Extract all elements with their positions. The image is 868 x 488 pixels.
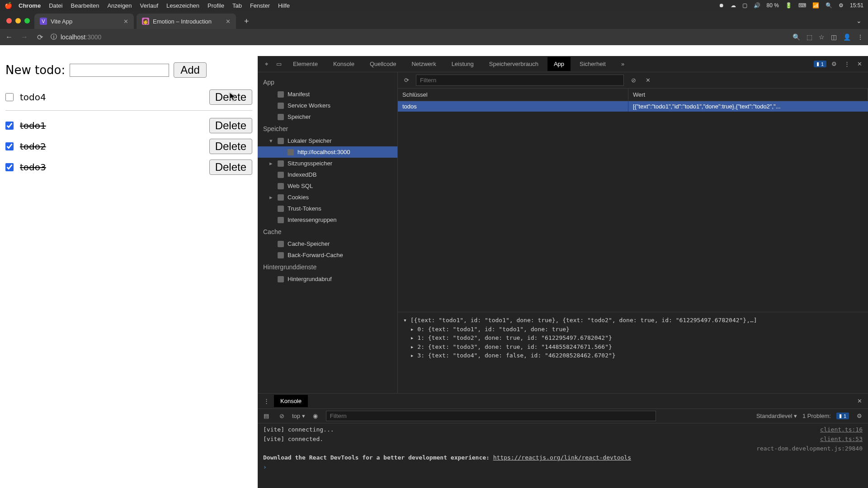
sidebar-item-origin[interactable]: http://localhost:3000 (258, 146, 397, 158)
gear-icon[interactable]: ⚙ (854, 413, 864, 419)
delete-button[interactable]: Delete (209, 139, 252, 154)
problems-badge[interactable]: ▮ 1 (836, 413, 849, 419)
console-filter-input[interactable] (326, 411, 656, 421)
issues-badge[interactable]: ▮ 1 (814, 61, 826, 67)
side-panel-icon[interactable]: ◫ (831, 33, 837, 41)
table-row[interactable]: todos [{"text":"todo1","id":"todo1","don… (398, 101, 868, 112)
devtools-more-tabs[interactable]: » (615, 57, 631, 71)
chevron-down-icon[interactable]: ▾ (269, 137, 274, 144)
reload-icon[interactable]: ⟳ (401, 77, 411, 84)
sidebar-item-cache-storage[interactable]: Cache-Speicher (258, 238, 397, 249)
todo-checkbox[interactable] (5, 93, 14, 101)
close-icon[interactable]: ✕ (854, 61, 864, 67)
screen-icon[interactable]: ▢ (742, 2, 747, 9)
console-log[interactable]: [vite] connecting...client.ts:16 [vite] … (258, 423, 868, 488)
site-info-icon[interactable]: ⓘ (51, 33, 57, 41)
kebab-menu-icon[interactable]: ⋮ (857, 33, 863, 41)
wifi-icon[interactable]: 📶 (812, 2, 819, 9)
menu-item[interactable]: Profile (208, 2, 224, 9)
control-center-icon[interactable]: ⚙︎ (839, 2, 844, 9)
menu-item[interactable]: Datei (49, 2, 62, 9)
menu-item[interactable]: Fenster (250, 2, 270, 9)
inspect-element-icon[interactable]: ⌖ (261, 61, 271, 68)
sidebar-item-websql[interactable]: Web SQL (258, 180, 397, 192)
console-tab[interactable]: Konsole (274, 395, 308, 407)
chevron-right-icon[interactable]: ▸ (269, 160, 274, 167)
delete-button[interactable]: Delete (209, 160, 252, 175)
sidebar-item-local-storage[interactable]: ▾Lokaler Speicher (258, 135, 397, 146)
devtools-tab[interactable]: Leistung (445, 57, 480, 71)
devtools-tab[interactable]: Sicherheit (573, 57, 612, 71)
log-source[interactable]: client.ts:53 (820, 435, 863, 444)
kebab-menu-icon[interactable]: ⋮ (261, 398, 271, 404)
sidebar-item-trust-tokens[interactable]: Trust-Tokens (258, 203, 397, 214)
react-devtools-link[interactable]: https://reactjs.org/link/react-devtools (493, 454, 631, 461)
context-select[interactable]: top ▾ (292, 413, 305, 419)
col-key[interactable]: Schlüssel (398, 89, 628, 101)
menu-item[interactable]: Bearbeiten (71, 2, 99, 9)
url-field[interactable]: ⓘ localhost:3000 (51, 33, 786, 41)
log-source[interactable]: client.ts:16 (820, 425, 863, 435)
device-toolbar-icon[interactable]: ▭ (274, 61, 284, 67)
todo-checkbox[interactable] (5, 142, 14, 150)
devtools-tab[interactable]: Netzwerk (405, 57, 442, 71)
sidebar-item-session-storage[interactable]: ▸Sitzungsspeicher (258, 158, 397, 169)
keyboard-icon[interactable]: ⌨︎ (798, 2, 806, 9)
sidebar-item-interest-groups[interactable]: Interessengruppen (258, 214, 397, 225)
close-icon[interactable]: ✕ (643, 77, 653, 84)
back-button[interactable]: ← (5, 33, 14, 41)
devtools-tab[interactable]: Speicherverbrauch (483, 57, 545, 71)
devtools-tab[interactable]: App (547, 57, 571, 71)
sidebar-item-storage[interactable]: Speicher (258, 111, 397, 122)
menu-item[interactable]: Verlauf (140, 2, 158, 9)
new-tab-button[interactable]: + (239, 17, 255, 29)
zoom-icon[interactable]: 🔍 (793, 33, 800, 41)
sidebar-item-manifest[interactable]: Manifest (258, 89, 397, 100)
gear-icon[interactable]: ⚙ (829, 61, 839, 67)
delete-button[interactable]: Delete (209, 89, 252, 105)
sidebar-item-bfcache[interactable]: Back-Forward-Cache (258, 249, 397, 261)
search-icon[interactable]: 🔍 (826, 2, 832, 9)
profile-icon[interactable]: 👤 (843, 33, 851, 41)
menu-item[interactable]: Anzeigen (107, 2, 132, 9)
toggle-sidebar-icon[interactable]: ▤ (261, 413, 271, 419)
delete-button[interactable]: Delete (209, 118, 252, 133)
menu-item[interactable]: Tab (232, 2, 242, 9)
sidebar-item-indexeddb[interactable]: IndexedDB (258, 169, 397, 180)
maximize-window-icon[interactable] (24, 18, 30, 23)
log-source[interactable]: react-dom.development.js:29840 (258, 444, 868, 454)
menu-item[interactable]: Hilfe (278, 2, 290, 9)
volume-icon[interactable]: 🔊 (754, 2, 760, 9)
sidebar-item-bg-fetch[interactable]: Hintergrundabruf (258, 273, 397, 285)
status-icon[interactable]: ⏺ (719, 2, 724, 9)
apple-icon[interactable]: 🍎 (5, 2, 12, 9)
clock[interactable]: 15:51 (850, 2, 863, 9)
devtools-tab[interactable]: Elemente (287, 57, 324, 71)
close-window-icon[interactable] (6, 18, 12, 23)
kebab-menu-icon[interactable]: ⋮ (842, 61, 852, 67)
console-prompt[interactable]: › (258, 463, 868, 472)
todo-checkbox[interactable] (5, 122, 14, 130)
minimize-window-icon[interactable] (15, 18, 21, 23)
clear-console-icon[interactable]: ⊘ (277, 413, 287, 419)
close-tab-icon[interactable]: ✕ (123, 18, 128, 25)
add-button[interactable]: Add (174, 62, 207, 78)
close-icon[interactable]: ✕ (854, 398, 864, 404)
sidebar-item-service-workers[interactable]: Service Workers (258, 100, 397, 111)
bookmark-icon[interactable]: ☆ (819, 33, 825, 41)
eye-icon[interactable]: ◉ (311, 413, 321, 419)
install-icon[interactable]: ⬚ (807, 33, 812, 41)
chevron-down-icon[interactable]: ⌄ (850, 17, 868, 29)
log-level-select[interactable]: Standardlevel ▾ (756, 413, 797, 419)
app-name[interactable]: Chrome (19, 2, 41, 9)
menu-item[interactable]: Lesezeichen (166, 2, 199, 9)
todo-checkbox[interactable] (5, 163, 14, 171)
sidebar-item-cookies[interactable]: ▸Cookies (258, 192, 397, 203)
devtools-tab[interactable]: Quellcode (363, 57, 403, 71)
value-preview[interactable]: ▾ [{text: "todo1", id: "todo1", done: tr… (398, 312, 868, 393)
reload-button[interactable]: ⟳ (35, 33, 44, 42)
devtools-tab[interactable]: Konsole (327, 57, 361, 71)
clear-icon[interactable]: ⊘ (628, 77, 638, 84)
browser-tab[interactable]: 👩 Emotion – Introduction ✕ (137, 14, 236, 29)
col-value[interactable]: Wert (628, 89, 868, 101)
